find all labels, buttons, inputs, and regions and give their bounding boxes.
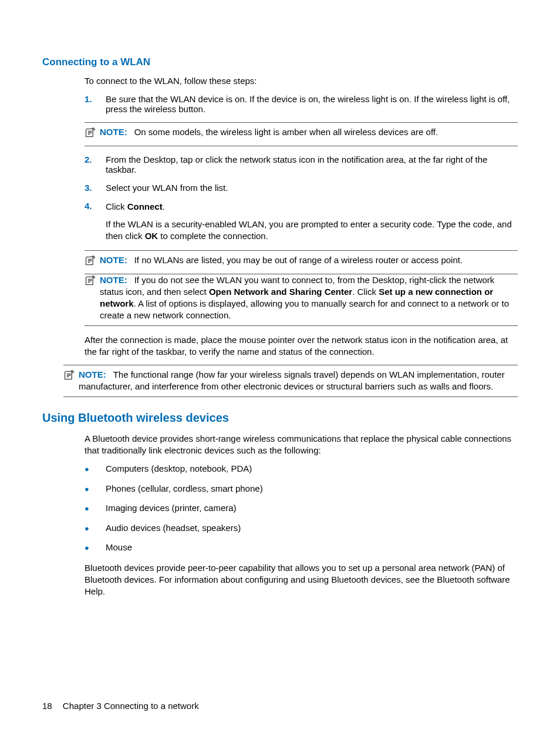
note-icon [85,254,100,270]
step-body: Be sure that the WLAN device is on. If t… [106,94,518,114]
note-body: NOTE:On some models, the wireless light … [100,126,518,142]
list-item: ● Phones (cellular, cordless, smart phon… [85,483,518,495]
note-label: NOTE: [79,369,106,379]
page-number: 18 [42,701,52,711]
step-1: 1. Be sure that the WLAN device is on. I… [85,94,518,114]
list-item-text: Phones (cellular, cordless, smart phone) [106,483,518,495]
step-number: 2. [85,154,106,174]
heading-bluetooth: Using Bluetooth wireless devices [42,411,518,425]
bt-bullet-list: ● Computers (desktop, notebook, PDA) ● P… [85,463,518,554]
step-number: 4. [85,201,106,243]
heading-connecting-wlan: Connecting to a WLAN [42,56,518,68]
wlan-steps-list: 2. From the Desktop, tap or click the ne… [85,154,518,243]
page-footer: 18 Chapter 3 Connecting to a network [42,701,199,711]
note-label: NOTE: [100,255,127,265]
step-4: 4. Click Connect. If the WLAN is a secur… [85,201,518,243]
note-block: NOTE:If you do not see the WLAN you want… [85,274,518,326]
note-body: NOTE:If you do not see the WLAN you want… [100,274,518,322]
list-item: ● Imaging devices (printer, camera) [85,503,518,515]
chapter-label: Chapter 3 Connecting to a network [63,701,199,711]
bullet-icon: ● [85,463,106,475]
step-body: Click Connect. If the WLAN is a security… [106,201,518,243]
note-block: NOTE:The functional range (how far your … [63,365,518,397]
note-label: NOTE: [100,127,127,137]
list-item: ● Mouse [85,542,518,554]
step-3: 3. Select your WLAN from the list. [85,183,518,193]
bullet-icon: ● [85,503,106,515]
list-item-text: Computers (desktop, notebook, PDA) [106,463,518,475]
step-number: 1. [85,94,106,114]
bullet-icon: ● [85,523,106,535]
list-item: ● Audio devices (headset, speakers) [85,523,518,535]
bt-outro: Bluetooth devices provide peer-to-peer c… [85,562,518,598]
note-icon [85,274,100,322]
note-body: NOTE:If no WLANs are listed, you may be … [100,254,518,270]
note-text: If no WLANs are listed, you may be out o… [134,255,463,265]
step-2: 2. From the Desktop, tap or click the ne… [85,154,518,174]
bt-intro: A Bluetooth device provides short-range … [85,433,518,457]
list-item-text: Mouse [106,542,518,554]
list-item-text: Audio devices (headset, speakers) [106,523,518,535]
wlan-steps-list: 1. Be sure that the WLAN device is on. I… [85,94,518,114]
note-label: NOTE: [100,275,127,285]
step-number: 3. [85,183,106,193]
step-body: From the Desktop, tap or click the netwo… [106,154,518,174]
bullet-icon: ● [85,483,106,495]
wlan-after-steps: After the connection is made, place the … [85,334,518,358]
list-item-text: Imaging devices (printer, camera) [106,503,518,515]
note-text: The functional range (how far your wirel… [79,369,505,391]
wlan-intro: To connect to the WLAN, follow these ste… [85,75,518,87]
note-text: On some models, the wireless light is am… [134,127,438,137]
note-block: NOTE:On some models, the wireless light … [85,122,518,146]
note-body: NOTE:The functional range (how far your … [79,369,518,393]
bullet-icon: ● [85,542,106,554]
note-icon [85,126,100,142]
note-block: NOTE:If no WLANs are listed, you may be … [85,250,518,274]
step-body: Select your WLAN from the list. [106,183,518,193]
note-icon [63,369,79,393]
list-item: ● Computers (desktop, notebook, PDA) [85,463,518,475]
